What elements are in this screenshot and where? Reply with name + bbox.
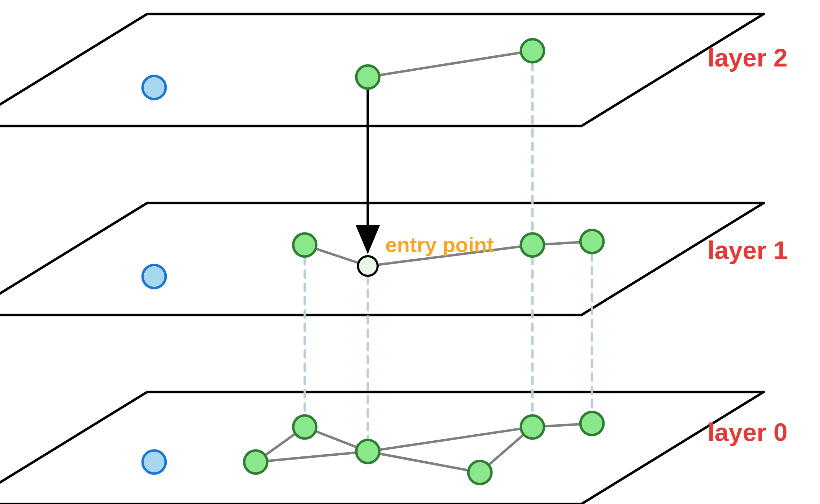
graph-node (468, 461, 491, 484)
hnsw-diagram: layer 2 layer 1 layer 0 entry point (0, 0, 820, 504)
query-node (143, 76, 166, 99)
svg-marker-2 (0, 392, 764, 504)
graph-node (356, 65, 379, 89)
graph-node (580, 230, 604, 253)
graph-node (244, 450, 267, 474)
graph-node (356, 440, 379, 463)
graph-node (521, 233, 544, 257)
label-layer-1: layer 1 (708, 236, 787, 264)
graph-node (521, 39, 544, 62)
entry-point-node (358, 256, 378, 276)
svg-marker-0 (0, 14, 764, 126)
graph-node (521, 415, 544, 439)
graph-node (293, 233, 316, 257)
plane-layer-2 (0, 14, 764, 126)
graph-node (293, 415, 316, 439)
plane-layer-1 (0, 203, 764, 315)
query-node (143, 265, 166, 288)
svg-marker-1 (0, 203, 764, 315)
query-node (143, 450, 166, 474)
label-entry-point: entry point (385, 233, 494, 257)
label-layer-2: layer 2 (708, 44, 787, 72)
plane-layer-0 (0, 392, 764, 504)
label-layer-0: layer 0 (708, 418, 787, 446)
graph-node (580, 412, 604, 435)
